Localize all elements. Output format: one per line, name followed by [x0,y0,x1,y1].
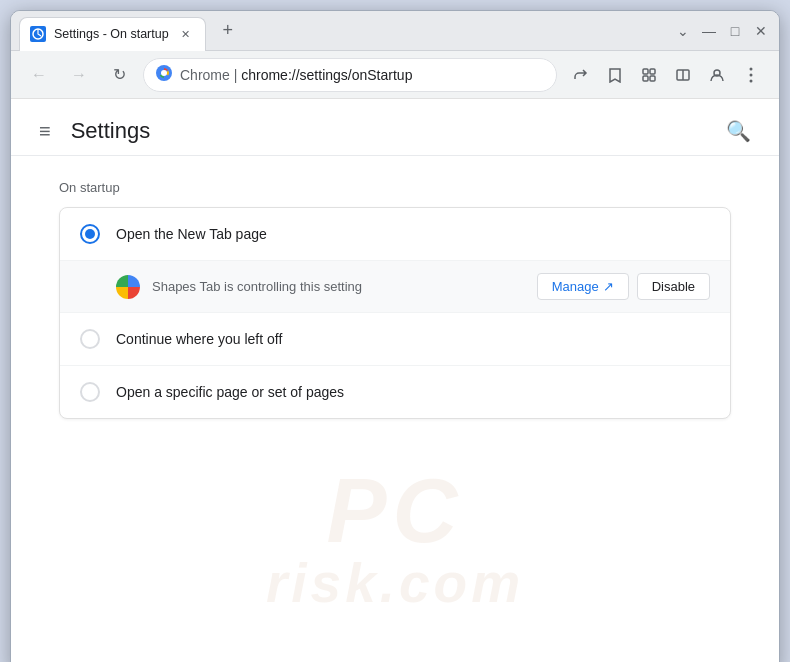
maximize-button[interactable]: □ [725,21,745,41]
option-new-tab[interactable]: Open the New Tab page [60,208,730,261]
extensions-button[interactable] [633,59,665,91]
settings-header-left: ≡ Settings [35,116,150,147]
navigation-bar: ← → ↻ Chrome | chrome://settings/onStart… [11,51,779,99]
option-new-tab-label: Open the New Tab page [116,226,267,242]
manage-extension-button[interactable]: Manage ↗ [537,273,629,300]
svg-point-11 [750,73,753,76]
settings-search-button[interactable]: 🔍 [722,115,755,147]
settings-body: On startup Open the New Tab page Shapes … [11,156,779,662]
radio-continue[interactable] [80,329,100,349]
option-specific-page-label: Open a specific page or set of pages [116,384,344,400]
active-tab[interactable]: Settings - On startup ✕ [19,17,206,51]
close-button[interactable]: ✕ [751,21,771,41]
radio-specific-page[interactable] [80,382,100,402]
radio-new-tab[interactable] [80,224,100,244]
url-origin: Chrome [180,67,230,83]
startup-options-card: Open the New Tab page Shapes Tab is cont… [59,207,731,419]
svg-rect-4 [650,69,655,74]
svg-rect-3 [643,69,648,74]
disable-extension-button[interactable]: Disable [637,273,710,300]
option-continue-label: Continue where you left off [116,331,282,347]
svg-point-10 [750,67,753,70]
address-bar[interactable]: Chrome | chrome://settings/onStartup [143,58,557,92]
option-continue[interactable]: Continue where you left off [60,313,730,366]
chrome-menu-button[interactable] [735,59,767,91]
address-text: Chrome | chrome://settings/onStartup [180,67,544,83]
forward-button[interactable]: → [63,59,95,91]
section-label: On startup [59,180,731,195]
extension-buttons: Manage ↗ Disable [537,273,710,300]
svg-rect-5 [643,76,648,81]
svg-point-12 [750,79,753,82]
nav-action-buttons [565,59,767,91]
chrome-logo [156,65,172,85]
new-tab-button[interactable]: + [214,17,242,45]
hamburger-menu-button[interactable]: ≡ [35,116,55,147]
extension-control-text: Shapes Tab is controlling this setting [152,279,525,294]
settings-page-title: Settings [71,118,151,144]
profile-button[interactable] [701,59,733,91]
option-specific-page[interactable]: Open a specific page or set of pages [60,366,730,418]
tab-favicon [30,26,46,42]
extension-control-row: Shapes Tab is controlling this setting M… [60,261,730,313]
bookmark-button[interactable] [599,59,631,91]
page-content: ≡ Settings 🔍 On startup Open the New Tab… [11,99,779,662]
svg-point-2 [161,70,167,76]
extension-icon [116,275,140,299]
settings-header: ≡ Settings 🔍 [11,99,779,156]
title-bar: Settings - On startup ✕ + ⌄ — □ ✕ [11,11,779,51]
tabs-area: Settings - On startup ✕ + [19,14,242,48]
back-button[interactable]: ← [23,59,55,91]
reload-button[interactable]: ↻ [103,59,135,91]
url-path: chrome://settings/onStartup [241,67,412,83]
svg-rect-6 [650,76,655,81]
external-link-icon: ↗ [603,279,614,294]
split-view-button[interactable] [667,59,699,91]
dropdown-button[interactable]: ⌄ [673,21,693,41]
minimize-button[interactable]: — [699,21,719,41]
share-button[interactable] [565,59,597,91]
tab-title: Settings - On startup [54,27,169,41]
tab-close-button[interactable]: ✕ [177,25,195,43]
page-wrapper: ≡ Settings 🔍 On startup Open the New Tab… [11,99,779,662]
window-controls: ⌄ — □ ✕ [673,21,771,41]
